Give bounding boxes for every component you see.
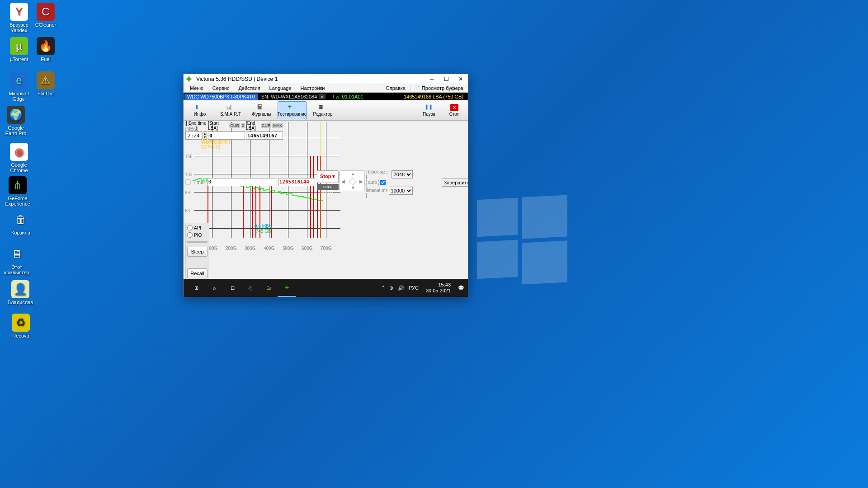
stop-icon: ✕ [450, 104, 458, 111]
menu-actions[interactable]: Действия [234, 84, 264, 92]
wallpaper-windows-logo [477, 199, 567, 280]
icon-label: CCleaner [32, 22, 60, 28]
minimize-button[interactable]: ─ [425, 74, 439, 84]
desktop-icon-браузер-yandex[interactable]: YБраузер Yandex [5, 3, 33, 33]
menu-service[interactable]: Сервис [208, 84, 234, 92]
taskbar-explorer[interactable]: 🗂 [259, 279, 278, 297]
lba-inputs: [ End time ] [Start LBA]CUR0 [End LBA]CU… [185, 121, 468, 140]
app-icon: 🖥 [8, 245, 26, 263]
tool-stop[interactable]: ✕Стоп [443, 101, 466, 119]
icon-label: Владислав [6, 300, 34, 305]
start-lba-input[interactable] [208, 131, 245, 140]
desktop-icon-владислав[interactable]: 👤Владислав [6, 280, 34, 305]
current-lba [278, 178, 315, 186]
taskbar: ⊞ ⌕ ⊟ ◎ 🗂 ✚ ˄ ⊕ 🔊 РУС 15:43 30.05.2021 💬 [184, 279, 468, 297]
end-time-input[interactable] [185, 131, 202, 140]
menu-main[interactable]: Меню [185, 84, 208, 92]
info-icon: ▮ [195, 104, 204, 111]
tool-pause[interactable]: ❚❚Пауза [417, 101, 441, 119]
timer-checkbox[interactable] [185, 179, 191, 185]
menu-settings[interactable]: Настройки [296, 84, 330, 92]
tray-notifications-icon[interactable]: 💬 [458, 285, 464, 291]
tool-smart[interactable]: 📊S.M.A.R.T [216, 101, 245, 119]
desktop-icon-этот-компьютер[interactable]: 🖥Этот компьютер [3, 245, 31, 275]
icon-label: GeForce Experience [4, 196, 32, 206]
view-buffer[interactable]: 📄 Просмотр буфера [411, 84, 466, 92]
patch-icon: ✚ [288, 104, 297, 111]
icon-label: Google Chrome [5, 162, 33, 173]
victoria-window: ✚ Victoria 5.36 HDD/SSD | Device 1 ─ ☐ ✕… [183, 74, 468, 297]
taskbar-clock[interactable]: 15:43 30.05.2021 [423, 282, 453, 294]
full-scan-button[interactable]: FULL SCAN [317, 184, 339, 190]
timer-label: Timer [193, 179, 205, 185]
start-button[interactable]: ⊞ [187, 279, 205, 297]
sn-close-icon[interactable]: × [319, 94, 325, 99]
tray-network-icon[interactable]: ⊕ [389, 285, 393, 291]
block-size-select[interactable]: 2048 [392, 170, 413, 178]
menu-help[interactable]: Справка [382, 84, 410, 92]
tray-chevron-icon[interactable]: ˄ [382, 285, 385, 291]
tool-editor[interactable]: ▦Редактор [308, 101, 337, 119]
passed-lba[interactable] [207, 178, 276, 186]
tool-testing[interactable]: ✚Тестирование [278, 101, 307, 119]
timeout-select[interactable]: 10000 [389, 187, 413, 195]
notebook-icon: 📓 [257, 104, 266, 111]
end-time-spinner[interactable]: ▲▼ [203, 131, 207, 140]
desktop-icon-recuva[interactable]: ♻Recuva [7, 314, 35, 338]
desktop-icon-geforce-experience[interactable]: ⋔GeForce Experience [4, 176, 32, 206]
system-tray[interactable]: ˄ ⊕ 🔊 РУС 15:43 30.05.2021 💬 [382, 282, 464, 294]
end-time-header: [ End time ] [185, 121, 207, 131]
app-icon: 🔥 [37, 37, 55, 55]
app-icon: 🌍 [7, 106, 25, 124]
icon-label: Google Earth Pro [2, 125, 30, 136]
desktop-icon-microsoft-edge[interactable]: eMicrosoft Edge [5, 71, 33, 102]
tray-language[interactable]: РУС [409, 285, 419, 291]
sleep-button[interactable]: Sleep [187, 247, 208, 257]
tray-volume-icon[interactable]: 🔊 [398, 285, 404, 291]
desktop-icon-ccleaner[interactable]: CCCleaner [32, 3, 60, 28]
seek-compass[interactable]: ▲ ◀ ▶ ▼ [340, 170, 365, 191]
device-lba: 1465149168 LBA (750 GB) [400, 94, 467, 99]
desktop-icon--torrent[interactable]: µµTorrent [5, 37, 33, 62]
on-finish-select[interactable]: Завершить [442, 178, 468, 187]
device-fw: Fw: 01.01A01 [329, 94, 367, 99]
menu-language[interactable]: Language [265, 84, 296, 92]
desktop-icon-корзина[interactable]: 🗑Корзина [7, 211, 35, 235]
api-radio[interactable] [187, 225, 193, 230]
icon-label: Корзина [7, 230, 35, 235]
window-title: Victoria 5.36 HDD/SSD | Device 1 [196, 76, 425, 82]
titlebar[interactable]: ✚ Victoria 5.36 HDD/SSD | Device 1 ─ ☐ ✕ [184, 74, 468, 84]
taskbar-edge[interactable]: ◎ [241, 279, 259, 297]
tool-journals[interactable]: 📓Журналы [247, 101, 276, 119]
end-lba-input[interactable] [246, 131, 283, 140]
close-button[interactable]: ✕ [453, 74, 468, 84]
icon-label: Этот компьютер [3, 264, 31, 275]
maximize-button[interactable]: ☐ [439, 74, 453, 84]
app-icon: e [10, 71, 28, 89]
icon-label: µTorrent [5, 56, 33, 62]
desktop-icon-google-earth-pro[interactable]: 🌍Google Earth Pro [2, 106, 30, 136]
app-icon: Y [10, 3, 28, 21]
icon-label: Recuva [7, 333, 35, 338]
taskbar-victoria[interactable]: ✚ [278, 279, 296, 297]
icon-label: Microsoft Edge [5, 91, 33, 102]
desktop-icon-flatout[interactable]: ⚠FlatOut [32, 71, 60, 96]
device-bar: WDC WD7500BPKT-80PK4T0 SN: WD-WXL1A81620… [184, 93, 468, 100]
search-button[interactable]: ⌕ [205, 279, 223, 297]
menubar: Меню Сервис Действия Language Настройки … [184, 84, 468, 93]
app-icon: ◉ [10, 143, 28, 161]
grid-icon: ▦ [318, 104, 327, 111]
icon-label: Fuel [32, 56, 60, 62]
pio-radio[interactable] [187, 232, 193, 238]
pause-icon: ❚❚ [425, 104, 434, 111]
desktop-icon-fuel[interactable]: 🔥Fuel [32, 37, 60, 62]
stop-button[interactable]: Stop ▾ [317, 170, 339, 183]
app-icon: 🗑 [12, 211, 30, 229]
icon-label: FlatOut [32, 91, 60, 96]
desktop-icon-google-chrome[interactable]: ◉Google Chrome [5, 143, 33, 173]
app-icon: 👤 [11, 280, 29, 298]
task-view-button[interactable]: ⊟ [223, 279, 241, 297]
recall-button[interactable]: Recall [187, 268, 208, 278]
tool-info[interactable]: ▮Инфо [185, 101, 214, 119]
app-icon: ⚠ [37, 71, 55, 89]
